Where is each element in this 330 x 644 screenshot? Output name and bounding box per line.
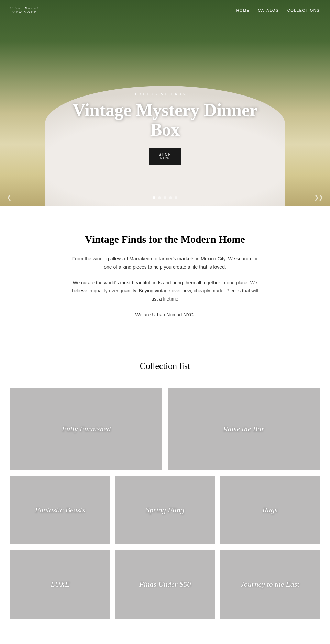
hero-dots xyxy=(153,196,177,199)
nav-collections[interactable]: COLLECTIONS xyxy=(287,8,320,12)
collection-top-row: Fully Furnished Raise the Bar xyxy=(10,388,320,470)
hero-dot-5[interactable] xyxy=(175,196,177,199)
hero-title: Vintage Mystery Dinner Box xyxy=(62,100,268,139)
nav-catalog[interactable]: CATALOG xyxy=(258,8,279,12)
logo-line2: NEW YORK xyxy=(10,11,39,14)
tile-label-rugs: Rugs xyxy=(259,502,281,518)
collection-mid-row: Fantastic Beasts Spring Fling Rugs xyxy=(10,476,320,544)
about-paragraph2: We curate the world's most beautiful fin… xyxy=(69,279,261,303)
collection-tile-rugs[interactable]: Rugs xyxy=(220,476,320,544)
collection-tile-fantastic-beasts[interactable]: Fantastic Beasts xyxy=(10,476,110,544)
hero-dot-3[interactable] xyxy=(164,196,166,199)
about-title: Vintage Finds for the Modern Home xyxy=(69,234,261,245)
site-logo[interactable]: Urban Nomad NEW YORK xyxy=(10,6,39,14)
collection-tile-raise-the-bar[interactable]: Raise the Bar xyxy=(168,388,320,470)
collection-section-title: Collection list xyxy=(10,361,320,371)
tile-label-luxe: LUXE xyxy=(47,576,73,592)
hero-next-arrow[interactable]: ❯❯ xyxy=(314,194,323,201)
logo-line1: Urban Nomad xyxy=(10,7,39,10)
nav-home[interactable]: HOME xyxy=(236,8,250,12)
collection-tile-spring-fling[interactable]: Spring Fling xyxy=(115,476,214,544)
collection-divider xyxy=(159,375,171,375)
about-section: Vintage Finds for the Modern Home From t… xyxy=(0,206,330,347)
hero-cta-button[interactable]: SHOPNOW xyxy=(149,148,181,165)
hero-dot-1[interactable] xyxy=(153,196,155,199)
hero-dot-2[interactable] xyxy=(158,196,161,199)
tile-label-finds-under-50: Finds Under $50 xyxy=(136,576,194,592)
tile-label-journey-to-east: Journey to the East xyxy=(237,576,302,592)
tile-label-raise-the-bar: Raise the Bar xyxy=(220,421,268,437)
navbar: Urban Nomad NEW YORK HOME CATALOG COLLEC… xyxy=(0,0,330,21)
collection-tile-luxe[interactable]: LUXE xyxy=(10,550,110,619)
hero-prev-arrow[interactable]: ❮ xyxy=(7,194,11,201)
collection-tile-journey-to-east[interactable]: Journey to the East xyxy=(220,550,320,619)
about-paragraph1: From the winding alleys of Marrakech to … xyxy=(69,255,261,271)
hero-eyebrow: EXCLUSIVE LAUNCH xyxy=(62,92,268,96)
tile-label-spring-fling: Spring Fling xyxy=(142,502,188,518)
about-paragraph3: We are Urban Nomad NYC. xyxy=(69,311,261,319)
tile-label-fantastic-beasts: Fantastic Beasts xyxy=(32,502,89,518)
collection-tile-finds-under-50[interactable]: Finds Under $50 xyxy=(115,550,214,619)
hero-dot-4[interactable] xyxy=(169,196,172,199)
tile-label-fully-furnished: Fully Furnished xyxy=(58,421,114,437)
collection-section: Collection list Fully Furnished Raise th… xyxy=(0,347,330,639)
nav-links: HOME CATALOG COLLECTIONS xyxy=(236,8,320,12)
hero-section: Urban Nomad NEW YORK HOME CATALOG COLLEC… xyxy=(0,0,330,206)
hero-content: EXCLUSIVE LAUNCH Vintage Mystery Dinner … xyxy=(62,92,268,165)
collection-bot-row: LUXE Finds Under $50 Journey to the East xyxy=(10,550,320,619)
collection-tile-fully-furnished[interactable]: Fully Furnished xyxy=(10,388,162,470)
